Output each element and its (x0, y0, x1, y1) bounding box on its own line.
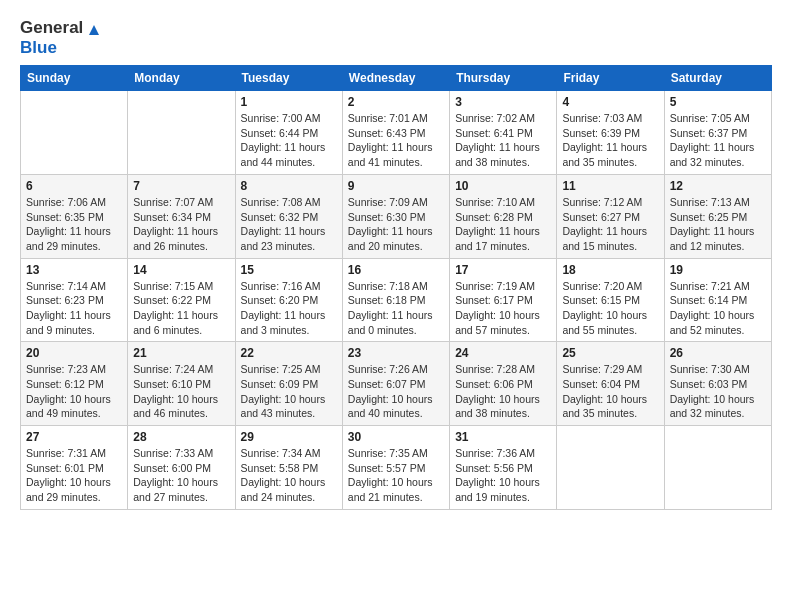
day-cell: 13Sunrise: 7:14 AM Sunset: 6:23 PM Dayli… (21, 258, 128, 342)
day-cell: 1Sunrise: 7:00 AM Sunset: 6:44 PM Daylig… (235, 91, 342, 175)
day-number: 22 (241, 346, 337, 360)
day-cell: 22Sunrise: 7:25 AM Sunset: 6:09 PM Dayli… (235, 342, 342, 426)
day-cell: 16Sunrise: 7:18 AM Sunset: 6:18 PM Dayli… (342, 258, 449, 342)
day-number: 26 (670, 346, 766, 360)
weekday-header-friday: Friday (557, 66, 664, 91)
weekday-header-saturday: Saturday (664, 66, 771, 91)
day-number: 21 (133, 346, 229, 360)
day-detail: Sunrise: 7:09 AM Sunset: 6:30 PM Dayligh… (348, 195, 444, 254)
logo-blue-text: Blue (20, 38, 57, 57)
day-number: 11 (562, 179, 658, 193)
day-number: 3 (455, 95, 551, 109)
day-cell: 23Sunrise: 7:26 AM Sunset: 6:07 PM Dayli… (342, 342, 449, 426)
day-number: 17 (455, 263, 551, 277)
day-detail: Sunrise: 7:29 AM Sunset: 6:04 PM Dayligh… (562, 362, 658, 421)
day-number: 24 (455, 346, 551, 360)
day-detail: Sunrise: 7:21 AM Sunset: 6:14 PM Dayligh… (670, 279, 766, 338)
day-cell: 27Sunrise: 7:31 AM Sunset: 6:01 PM Dayli… (21, 426, 128, 510)
day-number: 1 (241, 95, 337, 109)
day-cell: 4Sunrise: 7:03 AM Sunset: 6:39 PM Daylig… (557, 91, 664, 175)
day-cell: 12Sunrise: 7:13 AM Sunset: 6:25 PM Dayli… (664, 174, 771, 258)
day-detail: Sunrise: 7:19 AM Sunset: 6:17 PM Dayligh… (455, 279, 551, 338)
day-number: 28 (133, 430, 229, 444)
day-cell: 14Sunrise: 7:15 AM Sunset: 6:22 PM Dayli… (128, 258, 235, 342)
week-row-1: 1Sunrise: 7:00 AM Sunset: 6:44 PM Daylig… (21, 91, 772, 175)
week-row-5: 27Sunrise: 7:31 AM Sunset: 6:01 PM Dayli… (21, 426, 772, 510)
day-detail: Sunrise: 7:12 AM Sunset: 6:27 PM Dayligh… (562, 195, 658, 254)
day-cell: 18Sunrise: 7:20 AM Sunset: 6:15 PM Dayli… (557, 258, 664, 342)
weekday-header-monday: Monday (128, 66, 235, 91)
day-number: 18 (562, 263, 658, 277)
logo-general-text: General (20, 18, 83, 38)
day-detail: Sunrise: 7:15 AM Sunset: 6:22 PM Dayligh… (133, 279, 229, 338)
day-number: 29 (241, 430, 337, 444)
day-cell: 8Sunrise: 7:08 AM Sunset: 6:32 PM Daylig… (235, 174, 342, 258)
day-detail: Sunrise: 7:07 AM Sunset: 6:34 PM Dayligh… (133, 195, 229, 254)
day-cell: 20Sunrise: 7:23 AM Sunset: 6:12 PM Dayli… (21, 342, 128, 426)
day-cell: 19Sunrise: 7:21 AM Sunset: 6:14 PM Dayli… (664, 258, 771, 342)
day-cell (128, 91, 235, 175)
day-cell: 28Sunrise: 7:33 AM Sunset: 6:00 PM Dayli… (128, 426, 235, 510)
day-detail: Sunrise: 7:25 AM Sunset: 6:09 PM Dayligh… (241, 362, 337, 421)
day-cell (557, 426, 664, 510)
day-cell: 31Sunrise: 7:36 AM Sunset: 5:56 PM Dayli… (450, 426, 557, 510)
day-detail: Sunrise: 7:24 AM Sunset: 6:10 PM Dayligh… (133, 362, 229, 421)
day-number: 25 (562, 346, 658, 360)
day-number: 14 (133, 263, 229, 277)
day-detail: Sunrise: 7:01 AM Sunset: 6:43 PM Dayligh… (348, 111, 444, 170)
day-detail: Sunrise: 7:05 AM Sunset: 6:37 PM Dayligh… (670, 111, 766, 170)
day-number: 2 (348, 95, 444, 109)
day-cell: 3Sunrise: 7:02 AM Sunset: 6:41 PM Daylig… (450, 91, 557, 175)
day-number: 23 (348, 346, 444, 360)
day-detail: Sunrise: 7:00 AM Sunset: 6:44 PM Dayligh… (241, 111, 337, 170)
day-cell: 7Sunrise: 7:07 AM Sunset: 6:34 PM Daylig… (128, 174, 235, 258)
day-number: 10 (455, 179, 551, 193)
calendar-table: SundayMondayTuesdayWednesdayThursdayFrid… (20, 65, 772, 510)
day-number: 6 (26, 179, 122, 193)
day-number: 4 (562, 95, 658, 109)
day-cell: 24Sunrise: 7:28 AM Sunset: 6:06 PM Dayli… (450, 342, 557, 426)
day-detail: Sunrise: 7:13 AM Sunset: 6:25 PM Dayligh… (670, 195, 766, 254)
day-detail: Sunrise: 7:30 AM Sunset: 6:03 PM Dayligh… (670, 362, 766, 421)
day-detail: Sunrise: 7:10 AM Sunset: 6:28 PM Dayligh… (455, 195, 551, 254)
day-detail: Sunrise: 7:28 AM Sunset: 6:06 PM Dayligh… (455, 362, 551, 421)
day-number: 15 (241, 263, 337, 277)
day-detail: Sunrise: 7:23 AM Sunset: 6:12 PM Dayligh… (26, 362, 122, 421)
day-cell: 10Sunrise: 7:10 AM Sunset: 6:28 PM Dayli… (450, 174, 557, 258)
day-detail: Sunrise: 7:36 AM Sunset: 5:56 PM Dayligh… (455, 446, 551, 505)
day-number: 30 (348, 430, 444, 444)
day-cell: 6Sunrise: 7:06 AM Sunset: 6:35 PM Daylig… (21, 174, 128, 258)
weekday-header-row: SundayMondayTuesdayWednesdayThursdayFrid… (21, 66, 772, 91)
day-cell: 5Sunrise: 7:05 AM Sunset: 6:37 PM Daylig… (664, 91, 771, 175)
day-cell: 9Sunrise: 7:09 AM Sunset: 6:30 PM Daylig… (342, 174, 449, 258)
day-number: 7 (133, 179, 229, 193)
day-number: 31 (455, 430, 551, 444)
day-detail: Sunrise: 7:16 AM Sunset: 6:20 PM Dayligh… (241, 279, 337, 338)
day-cell: 30Sunrise: 7:35 AM Sunset: 5:57 PM Dayli… (342, 426, 449, 510)
day-cell: 29Sunrise: 7:34 AM Sunset: 5:58 PM Dayli… (235, 426, 342, 510)
day-cell: 17Sunrise: 7:19 AM Sunset: 6:17 PM Dayli… (450, 258, 557, 342)
day-number: 20 (26, 346, 122, 360)
day-cell (21, 91, 128, 175)
day-number: 9 (348, 179, 444, 193)
weekday-header-sunday: Sunday (21, 66, 128, 91)
day-detail: Sunrise: 7:03 AM Sunset: 6:39 PM Dayligh… (562, 111, 658, 170)
weekday-header-tuesday: Tuesday (235, 66, 342, 91)
day-detail: Sunrise: 7:18 AM Sunset: 6:18 PM Dayligh… (348, 279, 444, 338)
day-number: 13 (26, 263, 122, 277)
day-detail: Sunrise: 7:31 AM Sunset: 6:01 PM Dayligh… (26, 446, 122, 505)
day-number: 5 (670, 95, 766, 109)
day-detail: Sunrise: 7:20 AM Sunset: 6:15 PM Dayligh… (562, 279, 658, 338)
weekday-header-wednesday: Wednesday (342, 66, 449, 91)
day-cell (664, 426, 771, 510)
day-detail: Sunrise: 7:33 AM Sunset: 6:00 PM Dayligh… (133, 446, 229, 505)
day-cell: 26Sunrise: 7:30 AM Sunset: 6:03 PM Dayli… (664, 342, 771, 426)
logo: GeneralBlue (20, 18, 103, 57)
logo-triangle-icon (85, 19, 103, 37)
day-detail: Sunrise: 7:08 AM Sunset: 6:32 PM Dayligh… (241, 195, 337, 254)
day-detail: Sunrise: 7:35 AM Sunset: 5:57 PM Dayligh… (348, 446, 444, 505)
day-number: 16 (348, 263, 444, 277)
day-number: 12 (670, 179, 766, 193)
day-number: 27 (26, 430, 122, 444)
svg-marker-0 (89, 25, 99, 35)
